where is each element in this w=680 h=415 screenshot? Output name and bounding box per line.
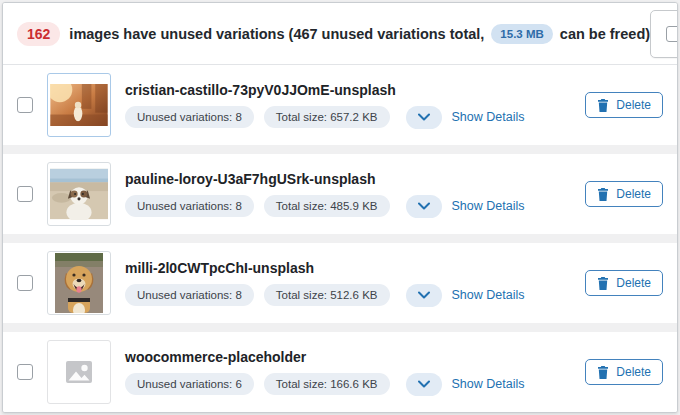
freeable-size-badge: 15.3 MB — [491, 24, 552, 44]
unused-variations-pill: Unused variations: 6 — [125, 373, 254, 395]
total-size-pill: Total size: 657.2 KB — [264, 106, 390, 128]
image-title: milli-2l0CWTpcChI-unsplash — [125, 260, 524, 276]
total-size-pill: Total size: 512.6 KB — [264, 284, 390, 306]
delete-button[interactable]: Delete — [585, 92, 663, 118]
unused-variations-pill: Unused variations: 8 — [125, 284, 254, 306]
image-count-badge: 162 — [17, 22, 60, 46]
unused-variations-panel: 162 images have unused variations (467 u… — [2, 2, 678, 413]
meta-row: Unused variations: 8 Total size: 657.2 K… — [125, 106, 524, 129]
image-title: pauline-loroy-U3aF7hgUSrk-unsplash — [125, 171, 524, 187]
image-row: cristian-castillo-73pyV0JJOmE-unsplash U… — [3, 65, 677, 145]
thumbnail — [47, 251, 111, 315]
chevron-down-icon — [418, 380, 430, 388]
image-row: pauline-loroy-U3aF7hgUSrk-unsplash Unuse… — [3, 154, 677, 234]
meta-row: Unused variations: 8 Total size: 512.6 K… — [125, 284, 524, 307]
summary-text-before: images have unused variations (467 unuse… — [69, 26, 484, 42]
summary-header: 162 images have unused variations (467 u… — [3, 3, 677, 65]
dog-in-warm-sunlight-photo — [50, 84, 108, 126]
delete-label: Delete — [616, 98, 651, 112]
image-title: cristian-castillo-73pyV0JJOmE-unsplash — [125, 82, 524, 98]
row-checkbox[interactable] — [17, 275, 33, 291]
row-checkbox[interactable] — [17, 364, 33, 380]
row-content: milli-2l0CWTpcChI-unsplash Unused variat… — [125, 260, 524, 307]
show-details-link[interactable]: Show Details — [452, 110, 525, 124]
image-row: milli-2l0CWTpcChI-unsplash Unused variat… — [3, 243, 677, 323]
row-separator — [3, 145, 677, 154]
chevron-down-icon — [418, 202, 430, 210]
trash-icon — [597, 366, 609, 379]
smiling-dog-photo — [54, 253, 104, 313]
thumbnail — [47, 162, 111, 226]
total-size-pill: Total size: 485.9 KB — [264, 195, 390, 217]
delete-label: Delete — [616, 187, 651, 201]
total-size-pill: Total size: 166.6 KB — [264, 373, 390, 395]
chevron-down-icon — [418, 291, 430, 299]
delete-button[interactable]: Delete — [585, 270, 663, 296]
show-details-toggle[interactable] — [406, 195, 442, 218]
unused-variations-pill: Unused variations: 8 — [125, 106, 254, 128]
delete-button[interactable]: Delete — [585, 359, 663, 385]
image-placeholder-icon — [66, 361, 92, 383]
show-details-toggle[interactable] — [406, 284, 442, 307]
delete-label: Delete — [616, 365, 651, 379]
meta-row: Unused variations: 6 Total size: 166.6 K… — [125, 373, 524, 396]
row-content: pauline-loroy-U3aF7hgUSrk-unsplash Unuse… — [125, 171, 524, 218]
row-content: woocommerce-placeholder Unused variation… — [125, 349, 524, 396]
trash-icon — [597, 277, 609, 290]
chevron-down-icon — [418, 113, 430, 121]
summary-text-after: can be freed) — [560, 26, 650, 42]
row-separator — [3, 323, 677, 332]
row-checkbox[interactable] — [17, 186, 33, 202]
show-details-link[interactable]: Show Details — [452, 199, 525, 213]
unused-variations-pill: Unused variations: 8 — [125, 195, 254, 217]
meta-row: Unused variations: 8 Total size: 485.9 K… — [125, 195, 524, 218]
delete-button[interactable]: Delete — [585, 181, 663, 207]
row-content: cristian-castillo-73pyV0JJOmE-unsplash U… — [125, 82, 524, 129]
row-checkbox[interactable] — [17, 97, 33, 113]
thumbnail — [47, 73, 111, 137]
select-all-checkbox[interactable] — [666, 26, 678, 42]
show-details-toggle[interactable] — [406, 373, 442, 396]
delete-label: Delete — [616, 276, 651, 290]
select-all-button[interactable]: Select All — [650, 10, 678, 58]
image-title: woocommerce-placeholder — [125, 349, 524, 365]
trash-icon — [597, 188, 609, 201]
summary-message: images have unused variations (467 unuse… — [69, 24, 650, 44]
show-details-link[interactable]: Show Details — [452, 377, 525, 391]
row-separator — [3, 234, 677, 243]
thumbnail — [47, 340, 111, 404]
trash-icon — [597, 99, 609, 112]
dog-on-beach-photo — [50, 168, 108, 220]
show-details-toggle[interactable] — [406, 106, 442, 129]
image-row: woocommerce-placeholder Unused variation… — [3, 332, 677, 412]
show-details-link[interactable]: Show Details — [452, 288, 525, 302]
